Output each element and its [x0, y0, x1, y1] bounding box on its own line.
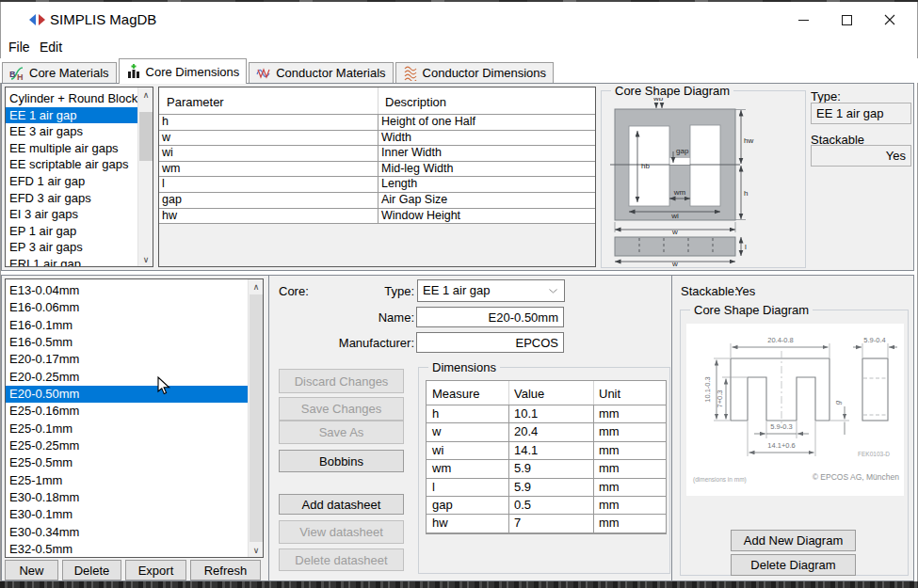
core-type-item[interactable]: EE scriptable air gaps [6, 156, 137, 173]
bh-curve-icon: BH [9, 66, 24, 81]
core-item[interactable]: E30-0.1mm [6, 506, 248, 523]
core-type-scrollbar[interactable]: ∧ ∨ [137, 87, 153, 266]
manufacturer-field-label: Manufacturer: [284, 336, 414, 350]
tab-bar: BH Core Materials Core Dimensions Conduc… [0, 58, 918, 83]
svg-text:B: B [9, 70, 16, 79]
svg-text:l: l [745, 243, 747, 251]
scroll-up-icon[interactable]: ∧ [249, 279, 264, 294]
type-field: EE 1 air gap [811, 103, 911, 124]
svg-text:hw: hw [744, 136, 753, 145]
core-type-item[interactable]: ERI 1 air gap [6, 256, 137, 267]
dimension-row[interactable]: gap 0.5 mm [427, 497, 666, 515]
list-button[interactable]: Export [125, 560, 186, 580]
core-item[interactable]: E32-0.5mm [6, 541, 248, 558]
menu-file[interactable]: File [8, 40, 30, 55]
scroll-down-icon[interactable]: ∨ [249, 543, 264, 557]
minimize-icon [798, 20, 809, 21]
datasheet-button[interactable]: Delete datasheet [279, 548, 404, 571]
minimize-button[interactable] [781, 2, 825, 38]
tab-core-materials[interactable]: BH Core Materials [2, 62, 117, 83]
svg-text:w: w [671, 260, 678, 267]
core-item[interactable]: E16-0.5mm [6, 334, 248, 351]
core-item[interactable]: E25-1mm [6, 472, 248, 489]
core-list-scrollbar[interactable]: ∧ ∨ [248, 279, 263, 557]
list-button[interactable]: Delete [62, 560, 121, 580]
dimension-row[interactable]: w 20.4 mm [427, 423, 666, 441]
datasheet-button[interactable]: Add datasheet [279, 494, 404, 515]
svg-text:10.1-0.3: 10.1-0.3 [703, 376, 712, 403]
tab-label: Conductor Materials [276, 66, 385, 80]
core-list: E13-0.04mmE16-0.06mmE16-0.1mmE16-0.5mmE2… [5, 278, 264, 558]
core-type-item[interactable]: EFD 3 air gaps [6, 190, 137, 207]
core-type-item[interactable]: EE multiple air gaps [6, 140, 137, 157]
name-field[interactable] [416, 307, 564, 327]
form-button[interactable]: Discard Changes [279, 369, 404, 393]
core-item[interactable]: E20-0.17mm [6, 351, 248, 368]
datasheet-diagram: 20.4-0.8 10.1-0.3 7+0.3 5.9-0.3 [686, 324, 904, 496]
dimension-row[interactable]: wi 14.1 mm [427, 442, 666, 460]
menu-edit[interactable]: Edit [40, 40, 62, 55]
list-button[interactable]: New [5, 560, 58, 580]
core-type-item[interactable]: EE 3 air gaps [6, 123, 137, 140]
scrollbar-thumb[interactable] [139, 112, 153, 161]
desktop-edge-bottom [0, 581, 918, 588]
parameter-row: l Length [159, 177, 595, 193]
manufacturer-field[interactable] [416, 332, 564, 353]
dimension-row[interactable]: h 10.1 mm [427, 405, 666, 423]
core-type-item[interactable]: Cylinder + Round Block [6, 90, 137, 107]
core-item[interactable]: E25-0.16mm [6, 403, 248, 420]
svg-text:20.4-0.8: 20.4-0.8 [767, 336, 794, 344]
core-type-item[interactable]: EP 1 air gap [6, 223, 137, 240]
core-item[interactable]: E25-0.1mm [6, 421, 248, 437]
close-button[interactable] [868, 2, 911, 38]
svg-text:FEK0103-D: FEK0103-D [858, 451, 890, 457]
core-shape-diagram: wb gap hb hw h wm wi w [602, 91, 805, 267]
form-button[interactable]: Save Changes [279, 397, 404, 421]
core-type-item[interactable]: EFD 1 air gap [6, 173, 137, 190]
core-item[interactable]: E16-0.06mm [6, 299, 248, 316]
dimension-row[interactable]: hw 7 mm [427, 515, 666, 532]
stackable-status-value: Yes [735, 284, 755, 298]
core-item[interactable]: E30-0.18mm [6, 489, 248, 506]
svg-text:7+0.3: 7+0.3 [716, 390, 724, 408]
scroll-down-icon[interactable]: ∨ [138, 252, 153, 266]
delete-diagram-button[interactable]: Delete Diagram [731, 554, 856, 576]
core-item[interactable]: E25-0.5mm [6, 454, 248, 471]
core-item[interactable]: E13-0.04mm [6, 282, 248, 299]
stackable-status-label: Stackable: [681, 284, 738, 298]
selected-type: EE 1 air gap [423, 283, 491, 297]
core-editor-panel: E13-0.04mmE16-0.06mmE16-0.1mmE16-0.5mmE2… [1, 275, 914, 581]
core-item[interactable]: E16-0.1mm [6, 317, 248, 334]
parameter-row: wi Inner Width [159, 146, 595, 162]
maximize-button[interactable] [825, 2, 868, 38]
dimension-row[interactable]: l 5.9 mm [427, 479, 666, 497]
add-new-diagram-button[interactable]: Add New Diagram [731, 530, 856, 551]
type-label: Type: [811, 89, 841, 103]
core-type-item[interactable]: EE 1 air gap [6, 107, 137, 124]
tab-core-dimensions[interactable]: Core Dimensions [119, 58, 248, 84]
scroll-up-icon[interactable]: ∧ [138, 87, 153, 102]
dimension-row[interactable]: wm 5.9 mm [427, 460, 666, 478]
tab-conductor-materials[interactable]: Conductor Materials [249, 62, 393, 83]
core-item[interactable]: E25-0.25mm [6, 437, 248, 454]
core-type-item[interactable]: EP 3 air gaps [6, 239, 137, 256]
tab-conductor-dimensions[interactable]: Conductor Dimensions [395, 62, 555, 83]
maximize-icon [842, 15, 852, 25]
core-item[interactable]: E30-0.34mm [6, 524, 248, 541]
core-type-item[interactable]: EI 3 air gaps [6, 206, 137, 223]
mouse-cursor [157, 376, 176, 397]
datasheet-button[interactable]: View datasheet [279, 520, 404, 544]
core-item[interactable]: E20-0.50mm [6, 386, 248, 403]
type-field-label: Type: [284, 284, 414, 298]
svg-text:w: w [671, 228, 678, 236]
svg-text:H: H [17, 72, 24, 81]
list-button[interactable]: Refresh [190, 560, 261, 580]
scrollbar-thumb[interactable] [250, 294, 263, 542]
core-type-select[interactable]: EE 1 air gap [417, 279, 565, 302]
svg-text:14.1+0.6: 14.1+0.6 [767, 441, 795, 450]
form-button[interactable]: Bobbins [279, 450, 404, 472]
core-item[interactable]: E20-0.25mm [6, 369, 248, 386]
groupbox-title: Dimensions [428, 360, 500, 374]
column-header-measure: Measure [432, 387, 480, 401]
form-button[interactable]: Save As [279, 421, 404, 444]
